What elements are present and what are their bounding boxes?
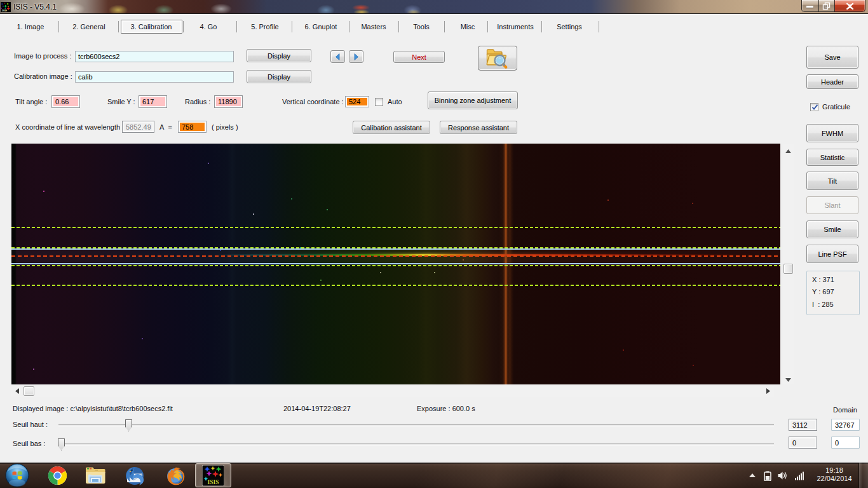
svg-text:ISIS: ISIS xyxy=(208,479,219,485)
svg-text:ISIS: ISIS xyxy=(2,9,8,12)
